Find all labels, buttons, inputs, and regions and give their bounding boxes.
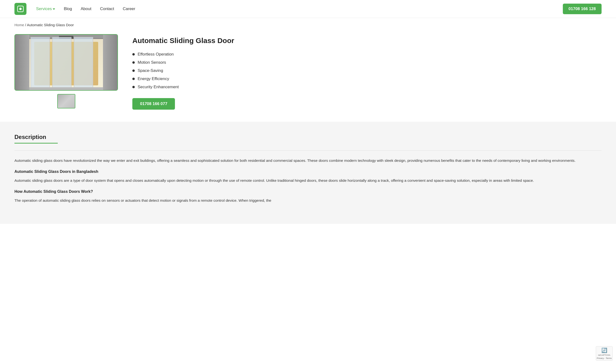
site-header: Services Blog About Contact Career 01708… (0, 0, 616, 18)
description-section: Description Automatic sliding glass door… (0, 122, 616, 224)
bullet-icon-3 (132, 69, 135, 72)
door-illustration (15, 35, 117, 90)
services-label: Services (36, 6, 52, 11)
nav-contact[interactable]: Contact (100, 6, 114, 11)
nav-services[interactable]: Services (36, 6, 55, 11)
bullet-icon-1 (132, 53, 135, 55)
breadcrumb-separator: / (25, 23, 27, 27)
breadcrumb-home[interactable]: Home (14, 23, 24, 27)
feature-label-3: Space-Saving (138, 68, 163, 73)
header-phone-button[interactable]: 01708 166 128 (563, 4, 602, 14)
product-title: Automatic Sliding Glass Door (132, 37, 602, 45)
breadcrumb-current: Automatic Sliding Glass Door (27, 23, 74, 27)
bullet-icon-5 (132, 86, 135, 88)
feature-list: Effortless Operation Motion Sensors Spac… (132, 52, 602, 90)
breadcrumb: Home / Automatic Sliding Glass Door (0, 18, 616, 32)
description-paragraph-2: The operation of automatic sliding glass… (14, 197, 602, 204)
product-images (14, 34, 118, 108)
description-subheading-1: Automatic Sliding Glass Doors in Banglad… (14, 169, 602, 174)
feature-item-3: Space-Saving (132, 68, 602, 73)
feature-item-2: Motion Sensors (132, 60, 602, 65)
description-paragraph-1: Automatic sliding glass doors are a type… (14, 177, 602, 184)
header-left: Services Blog About Contact Career (14, 3, 135, 15)
product-contact-button[interactable]: 01708 166 077 (132, 98, 175, 110)
site-logo[interactable] (14, 3, 27, 15)
product-info: Automatic Sliding Glass Door Effortless … (132, 34, 602, 110)
description-intro: Automatic sliding glass doors have revol… (14, 157, 602, 164)
feature-label-1: Effortless Operation (138, 52, 174, 57)
feature-label-4: Energy Efficiency (138, 77, 169, 81)
description-underline (14, 143, 58, 143)
main-nav: Services Blog About Contact Career (36, 6, 135, 11)
description-subheading-2: How Automatic Sliding Glass Doors Work? (14, 189, 602, 194)
thumbnail-image (58, 94, 75, 108)
door-floor (29, 87, 103, 90)
door-panel-3 (74, 37, 93, 88)
door-panel-1 (31, 37, 50, 88)
wall-left (15, 35, 29, 90)
feature-label-5: Security Enhancement (138, 85, 179, 90)
product-thumbnail[interactable] (57, 94, 75, 108)
chevron-down-icon (53, 8, 55, 10)
bullet-icon-4 (132, 78, 135, 80)
main-product-image (14, 34, 118, 91)
description-divider (14, 150, 602, 151)
product-section: Automatic Sliding Glass Door Effortless … (0, 32, 616, 122)
logo-icon (17, 5, 24, 13)
feature-item-1: Effortless Operation (132, 52, 602, 57)
nav-blog[interactable]: Blog (64, 6, 72, 11)
nav-about[interactable]: About (80, 6, 91, 11)
nav-career[interactable]: Career (123, 6, 135, 11)
wall-right (103, 35, 117, 90)
svg-point-1 (19, 8, 22, 10)
description-title: Description (14, 134, 602, 140)
bullet-icon-2 (132, 61, 135, 64)
feature-label-2: Motion Sensors (138, 60, 166, 65)
feature-item-5: Security Enhancement (132, 85, 602, 90)
door-panel-2 (52, 37, 71, 88)
feature-item-4: Energy Efficiency (132, 77, 602, 81)
